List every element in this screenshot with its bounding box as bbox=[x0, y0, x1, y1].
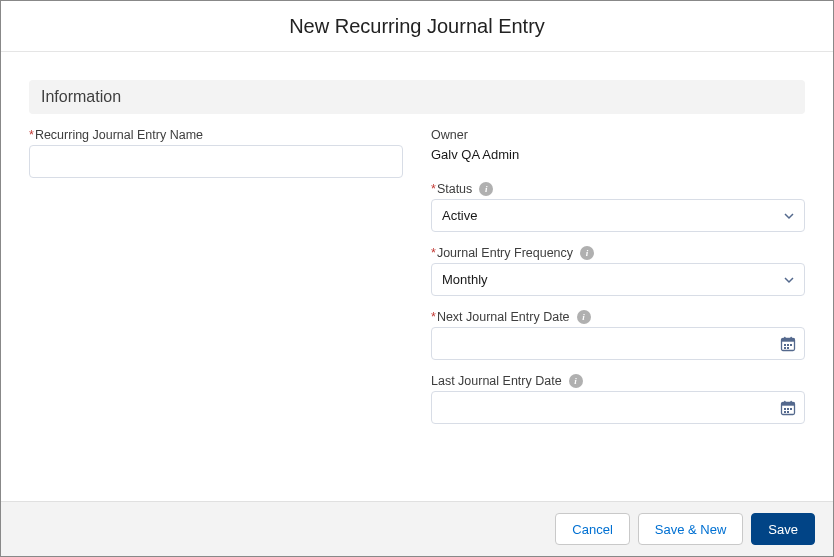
last-journal-entry-date-input[interactable] bbox=[431, 391, 805, 424]
next-date-input-wrapper bbox=[431, 327, 805, 360]
status-select-value: Active bbox=[442, 208, 477, 223]
form-group-frequency: *Journal Entry Frequency i Monthly bbox=[431, 246, 805, 296]
owner-label: Owner bbox=[431, 128, 805, 142]
form-column-left: *Recurring Journal Entry Name bbox=[29, 128, 403, 438]
save-and-new-button[interactable]: Save & New bbox=[638, 513, 744, 545]
modal-footer: Cancel Save & New Save bbox=[1, 501, 833, 556]
frequency-label: *Journal Entry Frequency i bbox=[431, 246, 805, 260]
new-recurring-journal-entry-modal: New Recurring Journal Entry Information … bbox=[0, 0, 834, 557]
form-group-name: *Recurring Journal Entry Name bbox=[29, 128, 403, 178]
caret-down-icon bbox=[784, 275, 794, 285]
form-group-owner: Owner Galv QA Admin bbox=[431, 128, 805, 162]
info-icon[interactable]: i bbox=[479, 182, 493, 196]
frequency-select[interactable]: Monthly bbox=[431, 263, 805, 296]
recurring-journal-entry-name-input[interactable] bbox=[29, 145, 403, 178]
status-select[interactable]: Active bbox=[431, 199, 805, 232]
section-information-heading: Information bbox=[29, 80, 805, 114]
required-asterisk: * bbox=[29, 128, 34, 142]
form-group-status: *Status i Active bbox=[431, 182, 805, 232]
name-label: *Recurring Journal Entry Name bbox=[29, 128, 403, 142]
required-asterisk: * bbox=[431, 182, 436, 196]
modal-body: Information *Recurring Journal Entry Nam… bbox=[1, 52, 833, 501]
modal-title: New Recurring Journal Entry bbox=[1, 15, 833, 38]
form-group-next-date: *Next Journal Entry Date i bbox=[431, 310, 805, 360]
next-date-label: *Next Journal Entry Date i bbox=[431, 310, 805, 324]
modal-header: New Recurring Journal Entry bbox=[1, 1, 833, 52]
last-date-input-wrapper bbox=[431, 391, 805, 424]
status-label: *Status i bbox=[431, 182, 805, 196]
form-row: *Recurring Journal Entry Name Owner Galv… bbox=[29, 128, 805, 438]
info-icon[interactable]: i bbox=[569, 374, 583, 388]
cancel-button[interactable]: Cancel bbox=[555, 513, 629, 545]
info-icon[interactable]: i bbox=[580, 246, 594, 260]
form-column-right: Owner Galv QA Admin *Status i Active bbox=[431, 128, 805, 438]
save-button[interactable]: Save bbox=[751, 513, 815, 545]
last-date-label: Last Journal Entry Date i bbox=[431, 374, 805, 388]
frequency-select-value: Monthly bbox=[442, 272, 488, 287]
required-asterisk: * bbox=[431, 310, 436, 324]
form-group-last-date: Last Journal Entry Date i bbox=[431, 374, 805, 424]
caret-down-icon bbox=[784, 211, 794, 221]
owner-value: Galv QA Admin bbox=[431, 145, 805, 162]
next-journal-entry-date-input[interactable] bbox=[431, 327, 805, 360]
required-asterisk: * bbox=[431, 246, 436, 260]
info-icon[interactable]: i bbox=[577, 310, 591, 324]
